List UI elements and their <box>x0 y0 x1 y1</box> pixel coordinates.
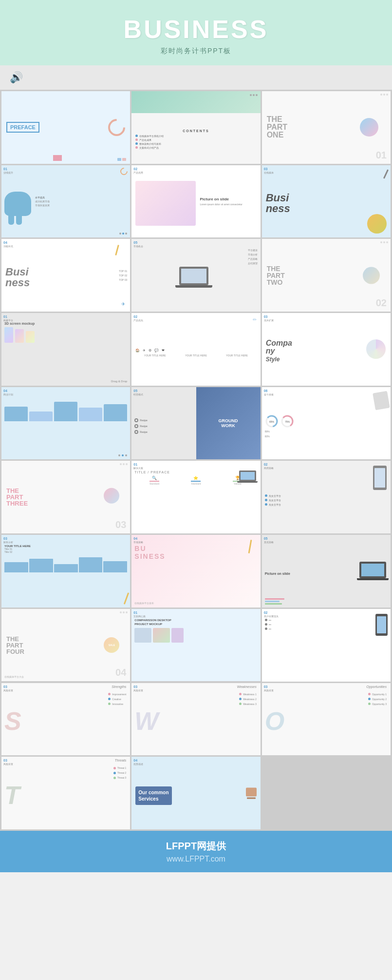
part-three-text: THEPARTTHREE <box>6 488 28 507</box>
slide26-label: 03 <box>133 685 137 688</box>
slide13-label: 04 <box>3 389 7 392</box>
slide-4[interactable]: 01 业绩提升 水平提高 成功拓展市场 市场快速发展 <box>1 165 130 238</box>
slide23-label: 01 <box>133 611 137 614</box>
slide29-label: 04 <box>133 759 137 762</box>
slide23-text: COMPARISSON DESKTOPPROJECT MOCKUP <box>134 619 257 627</box>
slide-21[interactable]: 05 竟优策略 Picture on slide <box>262 535 391 608</box>
slide7-label: 04 <box>3 241 7 244</box>
slide17-label: 01 <box>133 463 137 466</box>
slide29-text: Our commonServices <box>135 786 171 805</box>
slide18-label: 02 <box>264 463 268 466</box>
audio-bar: 🔊 <box>0 65 392 90</box>
slide25-label: 03 <box>3 685 7 688</box>
swot-o-letter: O <box>265 706 284 736</box>
part-three-number: 03 <box>115 519 126 530</box>
slide-11[interactable]: 02 产品优先 🏠 ✈ ⚙ 💬 ❤ YOUR TITLE HERE YOUR T… <box>131 313 260 386</box>
slide12-text: CompanyStyle <box>266 339 292 363</box>
watermark-line1: LFPPT网提供 <box>9 840 383 853</box>
slide-13[interactable]: 04 商业计划 <box>1 387 130 460</box>
slide-12[interactable]: 03 克外扩展 CompanyStyle <box>262 313 391 386</box>
slide-9[interactable]: THEPARTTWO 02 <box>262 239 391 312</box>
slide-24[interactable]: 02 用户付费流失 ••• ••• ••• <box>262 609 391 682</box>
header-title: BUSINESS <box>10 15 382 44</box>
slide-26[interactable]: 03 风险排查 Weaknesses W Weakness 1 Weakness… <box>131 683 260 756</box>
slide4-label: 01 <box>3 167 7 171</box>
slide14-label: 05 <box>133 389 137 392</box>
header-subtitle: 彩时尚务计书PPT板 <box>10 47 382 56</box>
slide-29[interactable]: 04 优势描述 Our commonServices <box>131 757 260 829</box>
preface-label: PREFACE <box>6 122 39 133</box>
part-two-text: THEPARTTWO <box>267 265 285 286</box>
slide5-text: Picture on slide <box>200 197 243 201</box>
slide6-label: 03 <box>264 167 268 171</box>
part-one-text: THEPARTONE <box>267 116 287 139</box>
slide-19[interactable]: 03 财务分析 YOUR TITLE HERE Title 01 Title 0… <box>1 535 130 608</box>
svg-text:75%: 75% <box>285 420 290 423</box>
slide21-label: 05 <box>264 537 268 540</box>
slide12-label: 03 <box>264 315 268 318</box>
slide-7[interactable]: 04 功能补充 Business TOP 01 TOP 02 TOP 03 ✈ <box>1 239 130 312</box>
slides-grid: PREFACE CONTENTS 在线媒体平台系统介绍 产品化成果 整体架构介绍… <box>0 90 392 831</box>
slide5-label: 02 <box>133 167 137 171</box>
slide-14[interactable]: 05 经营模式 GROUNDWORK Recipe Recipe Recipe <box>131 387 260 460</box>
swot-t-letter: T <box>4 781 20 810</box>
slide-16[interactable]: THEPARTTHREE 03 <box>1 461 130 533</box>
slide-10[interactable]: 01 构建平台 3D screen mockup Drag & Drop <box>1 313 130 386</box>
slide-17[interactable]: 01 解决方案 TITLE / PREFACE 🔍 Standard ⭐ Sta… <box>131 461 260 533</box>
swot-s-letter: S <box>4 706 21 736</box>
speaker-icon[interactable]: 🔊 <box>10 71 23 84</box>
slide-6[interactable]: 03 在线媒体 Business <box>262 165 391 238</box>
slide-28[interactable]: 03 风险排查 Threats T Threat 1 Threat 2 Thre… <box>1 757 130 829</box>
slide7-text: Business <box>5 267 30 288</box>
slide19-label: 03 <box>3 537 7 540</box>
slide-5[interactable]: 02 产品优秀 Picture on slide Lorem ipsum dol… <box>131 165 260 238</box>
header-section: BUSINESS 彩时尚务计书PPT板 <box>0 0 392 65</box>
slide-8[interactable]: 05 市场机会 平台建设 市场分析 产品策略 总结展望 <box>131 239 260 312</box>
slide-27[interactable]: 03 风险排查 Opportunities O Opportunity 1 Op… <box>262 683 391 756</box>
slide-3[interactable]: THEPARTONE 01 <box>262 91 391 164</box>
slide10-text: 3D screen mockup <box>4 322 127 325</box>
slide-18[interactable]: 02 商用策略 先女主平台 先女主平台 先女主平台 <box>262 461 391 533</box>
slide8-label: 05 <box>133 241 137 244</box>
slide-23[interactable]: 01 互联网心跳 COMPARISSON DESKTOPPROJECT MOCK… <box>131 609 260 682</box>
slide6-busi: Business <box>266 193 290 214</box>
slide24-label: 02 <box>264 611 268 614</box>
slide20-label: 04 <box>133 537 137 540</box>
slide28-label: 03 <box>3 759 7 762</box>
slide15-label: 06 <box>264 389 268 392</box>
swot-w-letter: W <box>134 706 158 736</box>
part-one-number: 01 <box>376 150 387 161</box>
slide11-label: 02 <box>133 315 137 318</box>
slide-1[interactable]: PREFACE <box>1 91 130 164</box>
slide-15[interactable]: 06 奋斗发板 65% 75% 89% 60% <box>262 387 391 460</box>
svg-text:65%: 65% <box>269 420 275 423</box>
slide20-text: BUSINESS <box>134 545 257 560</box>
part-four-text: THEPARTFOUR <box>6 636 24 655</box>
slide-22[interactable]: THEPARTFOUR SALE 04 在线媒体平台大会 <box>1 609 130 682</box>
part-two-number: 02 <box>376 297 387 309</box>
slide10-label: 01 <box>3 315 7 318</box>
slide27-label: 03 <box>264 685 268 688</box>
slide-2[interactable]: CONTENTS 在线媒体平台系统介绍 产品化成果 整体架构介绍与发布 文案样式… <box>131 91 260 164</box>
slide-25[interactable]: 03 风险排查 Strengths S Improvement Creative… <box>1 683 130 756</box>
watermark-line2: www.LFPPT.com <box>9 855 383 863</box>
watermark-section: LFPPT网提供 www.LFPPT.com <box>0 831 392 872</box>
slide14-text: GROUNDWORK <box>217 416 240 430</box>
part-four-number: 04 <box>115 667 126 678</box>
contents-label: CONTENTS <box>135 129 256 133</box>
slide-20[interactable]: 04 市场策略 BUSINESS 在线媒体平台发布 <box>131 535 260 608</box>
